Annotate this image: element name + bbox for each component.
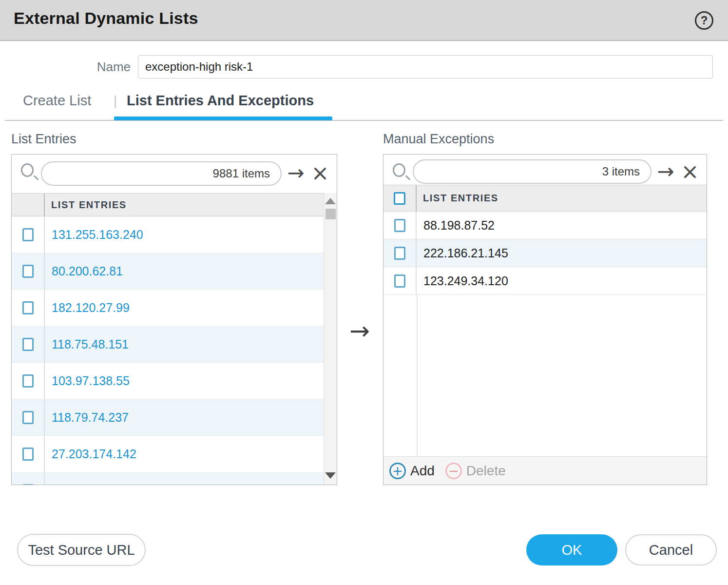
empty-table-area (383, 295, 707, 456)
list-item[interactable]: 131.255.163.240 (12, 216, 324, 253)
list-item[interactable]: 222.186.21.145 (383, 239, 707, 267)
tabs-divider (5, 120, 723, 121)
cancel-button[interactable]: Cancel (625, 534, 717, 566)
items-count-badge: 9881 items (213, 167, 281, 180)
list-entries-heading: List Entries (11, 132, 77, 147)
row-checkbox[interactable] (22, 338, 34, 351)
page-title: External Dynamic Lists (14, 9, 198, 28)
list-item[interactable]: 42.224.224.0 (12, 472, 324, 485)
list-entries-table-header: LIST ENTRIES (12, 193, 324, 216)
search-submit-icon[interactable]: → (285, 158, 307, 188)
checkbox-cell (12, 290, 45, 326)
name-label: Name (0, 59, 131, 75)
list-item[interactable]: 103.97.138.55 (12, 363, 324, 399)
list-item[interactable]: 88.198.87.52 (383, 212, 707, 239)
checkbox-cell (12, 472, 45, 485)
list-item[interactable]: 118.79.74.237 (12, 399, 324, 436)
list-item[interactable]: 182.120.27.99 (12, 290, 324, 326)
row-checkbox[interactable] (22, 301, 34, 314)
column-divider (417, 295, 418, 456)
list-entry-link[interactable]: 131.255.163.240 (45, 228, 143, 242)
list-entry-link[interactable]: 118.79.74.237 (45, 410, 129, 425)
checkbox-cell (12, 326, 45, 362)
checkbox-cell (383, 212, 417, 239)
row-checkbox[interactable] (394, 247, 405, 260)
items-count-badge: 3 items (602, 165, 651, 178)
row-checkbox[interactable] (22, 411, 34, 424)
manual-exceptions-heading: Manual Exceptions (383, 132, 494, 147)
row-checkbox[interactable] (22, 484, 34, 485)
list-entries-search-box: 9881 items (41, 161, 282, 186)
row-checkbox[interactable] (22, 265, 34, 278)
tab-create-list[interactable]: Create List (23, 93, 91, 109)
row-checkbox[interactable] (22, 448, 34, 461)
list-entry-link[interactable]: 80.200.62.81 (45, 264, 123, 278)
row-checkbox[interactable] (22, 374, 34, 388)
delete-button-label: Delete (466, 463, 506, 479)
checkbox-cell (12, 436, 45, 472)
checkbox-cell (383, 239, 417, 267)
ok-button[interactable]: OK (526, 534, 617, 566)
scrollbar-thumb[interactable] (326, 209, 336, 219)
list-item[interactable]: 118.75.48.151 (12, 326, 324, 363)
list-entry-value: 123.249.34.120 (417, 274, 508, 288)
plus-icon: + (389, 463, 406, 479)
search-clear-icon[interactable]: × (309, 158, 331, 188)
add-button[interactable]: + Add (389, 463, 435, 479)
delete-button[interactable]: − Delete (445, 463, 506, 479)
scroll-down-icon[interactable] (325, 472, 336, 479)
list-entry-link[interactable]: 182.120.27.99 (45, 301, 130, 315)
checkbox-cell (12, 399, 45, 435)
move-to-exceptions-button[interactable]: → (343, 317, 377, 345)
manual-exceptions-search-box: 3 items (413, 159, 651, 184)
manual-exceptions-panel: 3 items → × LIST ENTRIES 88.198.87.52 22… (383, 154, 707, 485)
list-item[interactable]: 80.200.62.81 (12, 253, 324, 290)
checkbox-column-header (12, 194, 45, 216)
search-input[interactable] (414, 160, 602, 183)
list-item[interactable]: 27.203.174.142 (12, 436, 324, 472)
name-field[interactable] (138, 55, 713, 78)
test-source-url-button[interactable]: Test Source URL (17, 534, 146, 566)
active-tab-indicator (114, 117, 332, 120)
column-header-label: LIST ENTRIES (45, 199, 127, 211)
exceptions-actions-bar: + Add − Delete (383, 456, 707, 485)
list-item[interactable]: 123.249.34.120 (383, 267, 707, 295)
manual-exceptions-search-row: 3 items → × (383, 155, 707, 185)
list-entries-rows: 131.255.163.240 80.200.62.81 182.120.27.… (12, 216, 324, 485)
help-icon[interactable]: ? (695, 11, 713, 30)
checkbox-cell (12, 216, 45, 253)
manual-exceptions-rows: 88.198.87.52 222.186.21.145 123.249.34.1… (383, 212, 707, 295)
row-checkbox[interactable] (22, 228, 34, 241)
list-entry-link[interactable]: 118.75.48.151 (45, 337, 129, 351)
tab-list-entries-and-exceptions[interactable]: List Entries And Exceptions (127, 93, 314, 109)
row-checkbox[interactable] (394, 274, 405, 288)
search-submit-icon[interactable]: → (654, 157, 677, 186)
checkbox-cell (12, 253, 45, 289)
list-entry-link[interactable]: 103.97.138.55 (45, 374, 130, 388)
scroll-up-icon[interactable] (325, 198, 336, 204)
checkbox-column-header (383, 185, 417, 211)
search-input[interactable] (42, 162, 213, 185)
list-entries-panel: 9881 items → × LIST ENTRIES 131.255.163.… (11, 154, 337, 485)
select-all-checkbox[interactable] (394, 192, 405, 205)
scrollbar[interactable] (324, 193, 337, 485)
list-entry-value: 88.198.87.52 (417, 218, 495, 233)
row-checkbox[interactable] (394, 219, 405, 232)
search-icon (19, 162, 41, 184)
search-icon (391, 162, 413, 184)
minus-icon: − (445, 463, 462, 479)
list-entry-value: 222.186.21.145 (417, 246, 508, 260)
list-entries-search-row: 9881 items → × (12, 155, 337, 193)
search-clear-icon[interactable]: × (679, 157, 701, 186)
checkbox-cell (12, 363, 45, 399)
manual-exceptions-table-header: LIST ENTRIES (383, 185, 707, 212)
dialog-header: External Dynamic Lists ? (0, 0, 728, 41)
list-entry-link[interactable]: 42.224.224.0 (45, 484, 123, 485)
column-header-label: LIST ENTRIES (417, 193, 498, 204)
tab-separator: | (114, 94, 117, 109)
add-button-label: Add (410, 463, 435, 479)
checkbox-cell (383, 267, 417, 294)
list-entry-link[interactable]: 27.203.174.142 (45, 447, 136, 461)
